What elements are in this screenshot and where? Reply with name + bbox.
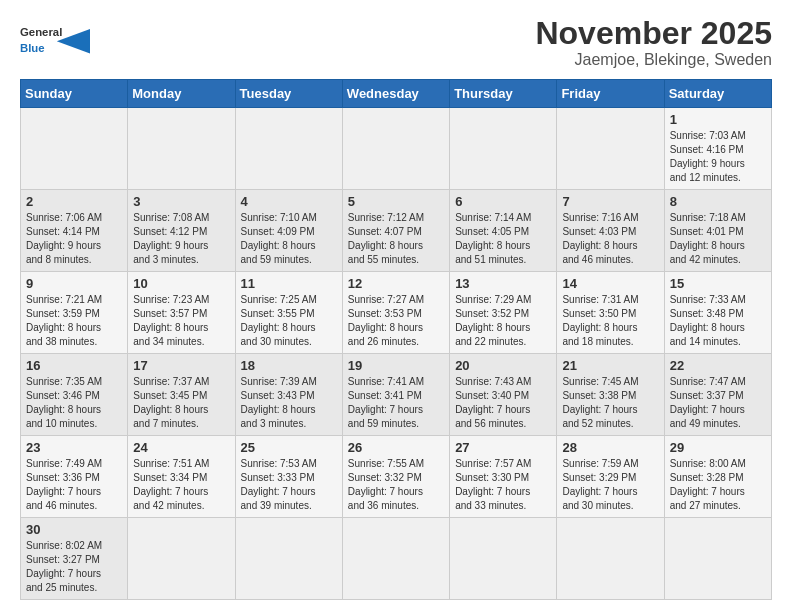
calendar-cell: 17Sunrise: 7:37 AM Sunset: 3:45 PM Dayli… xyxy=(128,354,235,436)
day-info: Sunrise: 7:39 AM Sunset: 3:43 PM Dayligh… xyxy=(241,376,317,429)
day-number: 24 xyxy=(133,440,229,455)
svg-text:General: General xyxy=(20,26,62,38)
calendar-cell: 19Sunrise: 7:41 AM Sunset: 3:41 PM Dayli… xyxy=(342,354,449,436)
svg-text:Blue: Blue xyxy=(20,42,45,54)
weekday-tuesday: Tuesday xyxy=(235,80,342,108)
day-info: Sunrise: 7:18 AM Sunset: 4:01 PM Dayligh… xyxy=(670,212,746,265)
weekday-monday: Monday xyxy=(128,80,235,108)
calendar-cell: 30Sunrise: 8:02 AM Sunset: 3:27 PM Dayli… xyxy=(21,518,128,600)
day-number: 21 xyxy=(562,358,658,373)
day-number: 10 xyxy=(133,276,229,291)
calendar-header: SundayMondayTuesdayWednesdayThursdayFrid… xyxy=(21,80,772,108)
day-info: Sunrise: 7:06 AM Sunset: 4:14 PM Dayligh… xyxy=(26,212,102,265)
day-number: 30 xyxy=(26,522,122,537)
day-number: 28 xyxy=(562,440,658,455)
day-number: 26 xyxy=(348,440,444,455)
day-info: Sunrise: 7:21 AM Sunset: 3:59 PM Dayligh… xyxy=(26,294,102,347)
calendar-cell: 14Sunrise: 7:31 AM Sunset: 3:50 PM Dayli… xyxy=(557,272,664,354)
calendar-cell xyxy=(235,108,342,190)
day-info: Sunrise: 7:08 AM Sunset: 4:12 PM Dayligh… xyxy=(133,212,209,265)
week-row-2: 9Sunrise: 7:21 AM Sunset: 3:59 PM Daylig… xyxy=(21,272,772,354)
day-info: Sunrise: 8:00 AM Sunset: 3:28 PM Dayligh… xyxy=(670,458,746,511)
day-info: Sunrise: 7:35 AM Sunset: 3:46 PM Dayligh… xyxy=(26,376,102,429)
calendar-cell: 2Sunrise: 7:06 AM Sunset: 4:14 PM Daylig… xyxy=(21,190,128,272)
weekday-sunday: Sunday xyxy=(21,80,128,108)
day-number: 5 xyxy=(348,194,444,209)
weekday-thursday: Thursday xyxy=(450,80,557,108)
day-info: Sunrise: 7:23 AM Sunset: 3:57 PM Dayligh… xyxy=(133,294,209,347)
day-number: 6 xyxy=(455,194,551,209)
day-info: Sunrise: 7:33 AM Sunset: 3:48 PM Dayligh… xyxy=(670,294,746,347)
calendar-cell: 23Sunrise: 7:49 AM Sunset: 3:36 PM Dayli… xyxy=(21,436,128,518)
calendar: SundayMondayTuesdayWednesdayThursdayFrid… xyxy=(20,79,772,600)
calendar-cell: 29Sunrise: 8:00 AM Sunset: 3:28 PM Dayli… xyxy=(664,436,771,518)
day-info: Sunrise: 7:45 AM Sunset: 3:38 PM Dayligh… xyxy=(562,376,638,429)
day-number: 13 xyxy=(455,276,551,291)
calendar-cell xyxy=(664,518,771,600)
day-info: Sunrise: 7:16 AM Sunset: 4:03 PM Dayligh… xyxy=(562,212,638,265)
day-number: 1 xyxy=(670,112,766,127)
calendar-cell: 24Sunrise: 7:51 AM Sunset: 3:34 PM Dayli… xyxy=(128,436,235,518)
day-info: Sunrise: 7:57 AM Sunset: 3:30 PM Dayligh… xyxy=(455,458,531,511)
calendar-cell: 22Sunrise: 7:47 AM Sunset: 3:37 PM Dayli… xyxy=(664,354,771,436)
day-number: 7 xyxy=(562,194,658,209)
calendar-cell: 9Sunrise: 7:21 AM Sunset: 3:59 PM Daylig… xyxy=(21,272,128,354)
day-info: Sunrise: 7:10 AM Sunset: 4:09 PM Dayligh… xyxy=(241,212,317,265)
calendar-cell: 3Sunrise: 7:08 AM Sunset: 4:12 PM Daylig… xyxy=(128,190,235,272)
day-number: 17 xyxy=(133,358,229,373)
calendar-cell: 28Sunrise: 7:59 AM Sunset: 3:29 PM Dayli… xyxy=(557,436,664,518)
calendar-cell xyxy=(450,518,557,600)
day-number: 18 xyxy=(241,358,337,373)
day-info: Sunrise: 7:43 AM Sunset: 3:40 PM Dayligh… xyxy=(455,376,531,429)
day-info: Sunrise: 7:14 AM Sunset: 4:05 PM Dayligh… xyxy=(455,212,531,265)
day-number: 3 xyxy=(133,194,229,209)
calendar-cell: 13Sunrise: 7:29 AM Sunset: 3:52 PM Dayli… xyxy=(450,272,557,354)
day-number: 2 xyxy=(26,194,122,209)
calendar-cell xyxy=(342,108,449,190)
calendar-cell: 18Sunrise: 7:39 AM Sunset: 3:43 PM Dayli… xyxy=(235,354,342,436)
calendar-cell: 6Sunrise: 7:14 AM Sunset: 4:05 PM Daylig… xyxy=(450,190,557,272)
calendar-cell: 25Sunrise: 7:53 AM Sunset: 3:33 PM Dayli… xyxy=(235,436,342,518)
day-number: 19 xyxy=(348,358,444,373)
day-info: Sunrise: 8:02 AM Sunset: 3:27 PM Dayligh… xyxy=(26,540,102,593)
calendar-cell: 12Sunrise: 7:27 AM Sunset: 3:53 PM Dayli… xyxy=(342,272,449,354)
day-number: 16 xyxy=(26,358,122,373)
calendar-cell: 4Sunrise: 7:10 AM Sunset: 4:09 PM Daylig… xyxy=(235,190,342,272)
title-block: November 2025 Jaemjoe, Blekinge, Sweden xyxy=(535,16,772,69)
page: General Blue November 2025 Jaemjoe, Blek… xyxy=(0,0,792,610)
day-number: 29 xyxy=(670,440,766,455)
day-number: 22 xyxy=(670,358,766,373)
calendar-cell: 21Sunrise: 7:45 AM Sunset: 3:38 PM Dayli… xyxy=(557,354,664,436)
day-info: Sunrise: 7:27 AM Sunset: 3:53 PM Dayligh… xyxy=(348,294,424,347)
calendar-cell xyxy=(128,108,235,190)
calendar-cell xyxy=(450,108,557,190)
header: General Blue November 2025 Jaemjoe, Blek… xyxy=(20,16,772,69)
calendar-cell: 8Sunrise: 7:18 AM Sunset: 4:01 PM Daylig… xyxy=(664,190,771,272)
calendar-cell: 20Sunrise: 7:43 AM Sunset: 3:40 PM Dayli… xyxy=(450,354,557,436)
day-number: 12 xyxy=(348,276,444,291)
calendar-cell xyxy=(557,518,664,600)
calendar-body: 1Sunrise: 7:03 AM Sunset: 4:16 PM Daylig… xyxy=(21,108,772,600)
week-row-4: 23Sunrise: 7:49 AM Sunset: 3:36 PM Dayli… xyxy=(21,436,772,518)
weekday-wednesday: Wednesday xyxy=(342,80,449,108)
day-number: 20 xyxy=(455,358,551,373)
day-number: 8 xyxy=(670,194,766,209)
logo: General Blue xyxy=(20,16,90,61)
month-title: November 2025 xyxy=(535,16,772,51)
calendar-cell: 1Sunrise: 7:03 AM Sunset: 4:16 PM Daylig… xyxy=(664,108,771,190)
day-number: 14 xyxy=(562,276,658,291)
day-info: Sunrise: 7:55 AM Sunset: 3:32 PM Dayligh… xyxy=(348,458,424,511)
day-info: Sunrise: 7:29 AM Sunset: 3:52 PM Dayligh… xyxy=(455,294,531,347)
day-info: Sunrise: 7:03 AM Sunset: 4:16 PM Dayligh… xyxy=(670,130,746,183)
calendar-cell: 27Sunrise: 7:57 AM Sunset: 3:30 PM Dayli… xyxy=(450,436,557,518)
week-row-1: 2Sunrise: 7:06 AM Sunset: 4:14 PM Daylig… xyxy=(21,190,772,272)
calendar-cell: 26Sunrise: 7:55 AM Sunset: 3:32 PM Dayli… xyxy=(342,436,449,518)
day-number: 9 xyxy=(26,276,122,291)
calendar-cell: 15Sunrise: 7:33 AM Sunset: 3:48 PM Dayli… xyxy=(664,272,771,354)
day-number: 23 xyxy=(26,440,122,455)
day-info: Sunrise: 7:51 AM Sunset: 3:34 PM Dayligh… xyxy=(133,458,209,511)
day-info: Sunrise: 7:59 AM Sunset: 3:29 PM Dayligh… xyxy=(562,458,638,511)
calendar-cell xyxy=(342,518,449,600)
calendar-cell: 10Sunrise: 7:23 AM Sunset: 3:57 PM Dayli… xyxy=(128,272,235,354)
day-info: Sunrise: 7:53 AM Sunset: 3:33 PM Dayligh… xyxy=(241,458,317,511)
